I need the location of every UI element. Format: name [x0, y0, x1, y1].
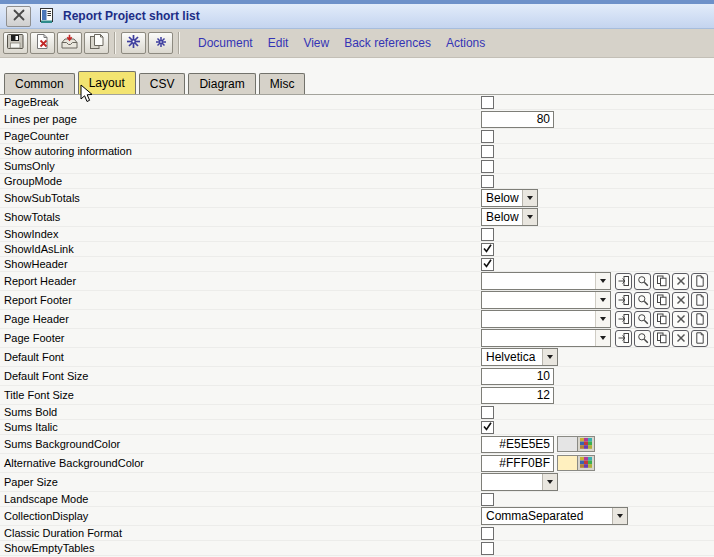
- copy-button[interactable]: [84, 32, 109, 54]
- paper-size-select[interactable]: [481, 473, 558, 491]
- toolbar-separator: [114, 32, 116, 54]
- open-page-button[interactable]: [615, 330, 632, 347]
- show-autoring-information-checkbox[interactable]: [481, 145, 494, 158]
- collectiondisplay-select[interactable]: CommaSeparated: [481, 507, 628, 525]
- color-picker-button[interactable]: [577, 437, 594, 451]
- refresh-small-button[interactable]: [148, 32, 173, 54]
- toolbar-separator: [178, 32, 180, 54]
- open-page-icon: [618, 313, 630, 325]
- open-page-button[interactable]: [615, 311, 632, 328]
- form-row-page-header: Page Header: [0, 310, 714, 329]
- tab-layout[interactable]: Layout: [78, 71, 136, 94]
- toolbar: DocumentEditViewBack referencesActions: [0, 29, 714, 58]
- open-page-button[interactable]: [615, 292, 632, 309]
- magnifier-button[interactable]: [634, 330, 651, 347]
- copy-pages-icon: [656, 275, 668, 287]
- row-control: [481, 174, 494, 188]
- form-row-pagecounter: PageCounter: [0, 129, 714, 144]
- row-control: Below: [481, 189, 538, 207]
- default-font-size-input[interactable]: [481, 368, 554, 385]
- form-row-collectiondisplay: CollectionDisplayCommaSeparated: [0, 507, 714, 526]
- new-page-button[interactable]: [691, 311, 708, 328]
- new-page-icon: [694, 294, 706, 306]
- showsubtotals-select[interactable]: Below: [481, 189, 538, 207]
- landscape-mode-checkbox[interactable]: [481, 493, 494, 506]
- pagecounter-checkbox[interactable]: [481, 130, 494, 143]
- alternative-backgroundcolor-swatch: [557, 455, 595, 471]
- clear-x-button[interactable]: [672, 311, 689, 328]
- new-page-button[interactable]: [691, 273, 708, 290]
- default-font-select[interactable]: Helvetica: [481, 348, 558, 366]
- row-label-showheader: ShowHeader: [4, 258, 68, 270]
- form-row-lines-per-page: Lines per page: [0, 110, 714, 129]
- form-row-default-font: Default FontHelvetica: [0, 348, 714, 367]
- report-footer-buttons: [613, 292, 708, 309]
- copy-pages-button[interactable]: [653, 273, 670, 290]
- tab-common[interactable]: Common: [4, 73, 75, 94]
- copy-pages-button[interactable]: [653, 330, 670, 347]
- classic-duration-format-checkbox[interactable]: [481, 527, 494, 540]
- row-label-page-header: Page Header: [4, 313, 69, 325]
- menu-actions[interactable]: Actions: [446, 36, 485, 50]
- form-row-sums-bold: Sums Bold: [0, 405, 714, 420]
- new-page-icon: [694, 313, 706, 325]
- menu-view[interactable]: View: [303, 36, 329, 50]
- new-page-button[interactable]: [691, 292, 708, 309]
- alternative-backgroundcolor-input[interactable]: [481, 455, 554, 472]
- pagebreak-checkbox[interactable]: [481, 96, 494, 109]
- clear-x-button[interactable]: [672, 330, 689, 347]
- magnifier-button[interactable]: [634, 311, 651, 328]
- open-page-button[interactable]: [615, 273, 632, 290]
- refresh-large-button[interactable]: [121, 32, 146, 54]
- row-control: [481, 257, 494, 271]
- chevron-down-icon: [595, 330, 610, 346]
- showindex-checkbox[interactable]: [481, 228, 494, 241]
- copy-pages-button[interactable]: [653, 311, 670, 328]
- showemptytables-checkbox[interactable]: [481, 542, 494, 555]
- save-button[interactable]: [3, 32, 28, 54]
- row-control: [481, 310, 708, 328]
- form-row-default-font-size: Default Font Size: [0, 367, 714, 386]
- sums-bold-checkbox[interactable]: [481, 406, 494, 419]
- tab-diagram[interactable]: Diagram: [188, 73, 255, 94]
- showtotals-select[interactable]: Below: [481, 208, 538, 226]
- showheader-checkbox[interactable]: [481, 258, 494, 271]
- row-label-show-autoring-information: Show autoring information: [4, 145, 132, 157]
- sumsonly-checkbox[interactable]: [481, 160, 494, 173]
- tab-csv[interactable]: CSV: [139, 73, 186, 94]
- new-page-button[interactable]: [691, 330, 708, 347]
- menu-back-references[interactable]: Back references: [344, 36, 431, 50]
- clear-x-button[interactable]: [672, 292, 689, 309]
- delete-button[interactable]: [30, 32, 55, 54]
- groupmode-checkbox[interactable]: [481, 175, 494, 188]
- form-row-showidaslink: ShowIdAsLink: [0, 242, 714, 257]
- sums-backgroundcolor-input[interactable]: [481, 436, 554, 453]
- copy-pages-button[interactable]: [653, 292, 670, 309]
- close-button[interactable]: [6, 6, 31, 27]
- row-control: [481, 272, 708, 290]
- magnifier-button[interactable]: [634, 292, 651, 309]
- page-header-combo[interactable]: [481, 310, 611, 328]
- report-footer-combo[interactable]: [481, 291, 611, 309]
- row-label-paper-size: Paper Size: [4, 476, 58, 488]
- magnifier-button[interactable]: [634, 273, 651, 290]
- selected-value: Below: [482, 191, 522, 205]
- row-control: [481, 526, 494, 540]
- form-row-paper-size: Paper Size: [0, 473, 714, 492]
- clear-x-button[interactable]: [672, 273, 689, 290]
- title-font-size-input[interactable]: [481, 387, 554, 404]
- page-footer-combo[interactable]: [481, 329, 611, 347]
- lines-per-page-input[interactable]: [481, 111, 554, 128]
- showidaslink-checkbox[interactable]: [481, 243, 494, 256]
- row-label-classic-duration-format: Classic Duration Format: [4, 527, 122, 539]
- row-label-pagebreak: PageBreak: [4, 96, 58, 108]
- menu-edit[interactable]: Edit: [268, 36, 289, 50]
- report-header-combo[interactable]: [481, 272, 611, 290]
- color-picker-button[interactable]: [577, 456, 594, 470]
- sums-italic-checkbox[interactable]: [481, 421, 494, 434]
- tab-misc[interactable]: Misc: [259, 73, 306, 94]
- import-button[interactable]: [57, 32, 82, 54]
- row-control: [481, 291, 708, 309]
- report-project-window: Report Project short list DocumentEditVi…: [0, 0, 714, 557]
- menu-document[interactable]: Document: [198, 36, 253, 50]
